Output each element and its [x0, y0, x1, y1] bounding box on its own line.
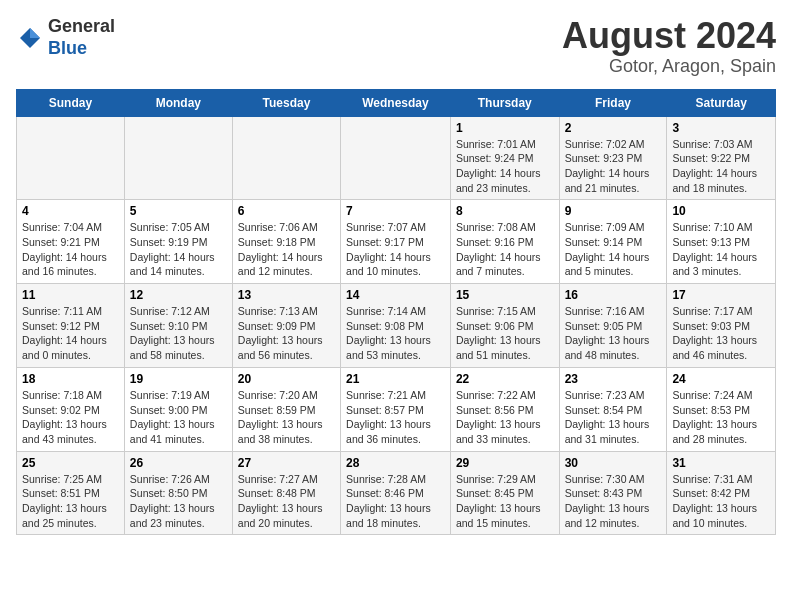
day-number: 24: [672, 372, 770, 386]
calendar-cell: 7Sunrise: 7:07 AM Sunset: 9:17 PM Daylig…: [341, 200, 451, 284]
day-number: 22: [456, 372, 554, 386]
calendar-cell: [124, 116, 232, 200]
day-info: Sunrise: 7:02 AM Sunset: 9:23 PM Dayligh…: [565, 137, 662, 196]
day-number: 26: [130, 456, 227, 470]
day-info: Sunrise: 7:22 AM Sunset: 8:56 PM Dayligh…: [456, 388, 554, 447]
day-info: Sunrise: 7:26 AM Sunset: 8:50 PM Dayligh…: [130, 472, 227, 531]
day-number: 3: [672, 121, 770, 135]
day-number: 8: [456, 204, 554, 218]
day-info: Sunrise: 7:14 AM Sunset: 9:08 PM Dayligh…: [346, 304, 445, 363]
day-info: Sunrise: 7:01 AM Sunset: 9:24 PM Dayligh…: [456, 137, 554, 196]
day-info: Sunrise: 7:03 AM Sunset: 9:22 PM Dayligh…: [672, 137, 770, 196]
day-info: Sunrise: 7:24 AM Sunset: 8:53 PM Dayligh…: [672, 388, 770, 447]
day-number: 29: [456, 456, 554, 470]
day-header-sunday: Sunday: [17, 89, 125, 116]
day-info: Sunrise: 7:08 AM Sunset: 9:16 PM Dayligh…: [456, 220, 554, 279]
day-number: 2: [565, 121, 662, 135]
day-number: 19: [130, 372, 227, 386]
calendar-cell: 2Sunrise: 7:02 AM Sunset: 9:23 PM Daylig…: [559, 116, 667, 200]
calendar-cell: 1Sunrise: 7:01 AM Sunset: 9:24 PM Daylig…: [450, 116, 559, 200]
day-info: Sunrise: 7:19 AM Sunset: 9:00 PM Dayligh…: [130, 388, 227, 447]
day-number: 28: [346, 456, 445, 470]
calendar-cell: 23Sunrise: 7:23 AM Sunset: 8:54 PM Dayli…: [559, 367, 667, 451]
calendar-cell: 26Sunrise: 7:26 AM Sunset: 8:50 PM Dayli…: [124, 451, 232, 535]
day-header-saturday: Saturday: [667, 89, 776, 116]
day-info: Sunrise: 7:28 AM Sunset: 8:46 PM Dayligh…: [346, 472, 445, 531]
title-block: August 2024 Gotor, Aragon, Spain: [562, 16, 776, 77]
day-info: Sunrise: 7:18 AM Sunset: 9:02 PM Dayligh…: [22, 388, 119, 447]
calendar-cell: 17Sunrise: 7:17 AM Sunset: 9:03 PM Dayli…: [667, 284, 776, 368]
day-number: 9: [565, 204, 662, 218]
day-number: 11: [22, 288, 119, 302]
calendar-cell: 20Sunrise: 7:20 AM Sunset: 8:59 PM Dayli…: [232, 367, 340, 451]
day-info: Sunrise: 7:04 AM Sunset: 9:21 PM Dayligh…: [22, 220, 119, 279]
day-info: Sunrise: 7:25 AM Sunset: 8:51 PM Dayligh…: [22, 472, 119, 531]
page-header: General Blue August 2024 Gotor, Aragon, …: [16, 16, 776, 77]
day-number: 7: [346, 204, 445, 218]
day-number: 10: [672, 204, 770, 218]
calendar-cell: 4Sunrise: 7:04 AM Sunset: 9:21 PM Daylig…: [17, 200, 125, 284]
day-info: Sunrise: 7:17 AM Sunset: 9:03 PM Dayligh…: [672, 304, 770, 363]
day-info: Sunrise: 7:21 AM Sunset: 8:57 PM Dayligh…: [346, 388, 445, 447]
calendar-cell: 14Sunrise: 7:14 AM Sunset: 9:08 PM Dayli…: [341, 284, 451, 368]
calendar-cell: [232, 116, 340, 200]
day-info: Sunrise: 7:29 AM Sunset: 8:45 PM Dayligh…: [456, 472, 554, 531]
day-number: 20: [238, 372, 335, 386]
calendar-week-row: 11Sunrise: 7:11 AM Sunset: 9:12 PM Dayli…: [17, 284, 776, 368]
day-number: 5: [130, 204, 227, 218]
day-header-wednesday: Wednesday: [341, 89, 451, 116]
day-number: 30: [565, 456, 662, 470]
day-info: Sunrise: 7:15 AM Sunset: 9:06 PM Dayligh…: [456, 304, 554, 363]
day-number: 31: [672, 456, 770, 470]
calendar-week-row: 4Sunrise: 7:04 AM Sunset: 9:21 PM Daylig…: [17, 200, 776, 284]
calendar-week-row: 18Sunrise: 7:18 AM Sunset: 9:02 PM Dayli…: [17, 367, 776, 451]
calendar-cell: 25Sunrise: 7:25 AM Sunset: 8:51 PM Dayli…: [17, 451, 125, 535]
calendar-cell: 6Sunrise: 7:06 AM Sunset: 9:18 PM Daylig…: [232, 200, 340, 284]
calendar-cell: 30Sunrise: 7:30 AM Sunset: 8:43 PM Dayli…: [559, 451, 667, 535]
calendar-table: SundayMondayTuesdayWednesdayThursdayFrid…: [16, 89, 776, 536]
calendar-header-row: SundayMondayTuesdayWednesdayThursdayFrid…: [17, 89, 776, 116]
day-info: Sunrise: 7:31 AM Sunset: 8:42 PM Dayligh…: [672, 472, 770, 531]
calendar-cell: 16Sunrise: 7:16 AM Sunset: 9:05 PM Dayli…: [559, 284, 667, 368]
calendar-cell: 21Sunrise: 7:21 AM Sunset: 8:57 PM Dayli…: [341, 367, 451, 451]
calendar-cell: [17, 116, 125, 200]
day-number: 25: [22, 456, 119, 470]
day-number: 1: [456, 121, 554, 135]
day-number: 16: [565, 288, 662, 302]
calendar-cell: 11Sunrise: 7:11 AM Sunset: 9:12 PM Dayli…: [17, 284, 125, 368]
day-number: 18: [22, 372, 119, 386]
calendar-cell: 9Sunrise: 7:09 AM Sunset: 9:14 PM Daylig…: [559, 200, 667, 284]
calendar-cell: 19Sunrise: 7:19 AM Sunset: 9:00 PM Dayli…: [124, 367, 232, 451]
day-header-monday: Monday: [124, 89, 232, 116]
calendar-cell: 3Sunrise: 7:03 AM Sunset: 9:22 PM Daylig…: [667, 116, 776, 200]
day-number: 6: [238, 204, 335, 218]
day-header-tuesday: Tuesday: [232, 89, 340, 116]
logo-blue-text: Blue: [48, 38, 87, 58]
day-number: 21: [346, 372, 445, 386]
day-info: Sunrise: 7:11 AM Sunset: 9:12 PM Dayligh…: [22, 304, 119, 363]
calendar-cell: [341, 116, 451, 200]
calendar-cell: 10Sunrise: 7:10 AM Sunset: 9:13 PM Dayli…: [667, 200, 776, 284]
day-info: Sunrise: 7:13 AM Sunset: 9:09 PM Dayligh…: [238, 304, 335, 363]
logo: General Blue: [16, 16, 115, 59]
calendar-cell: 29Sunrise: 7:29 AM Sunset: 8:45 PM Dayli…: [450, 451, 559, 535]
day-header-thursday: Thursday: [450, 89, 559, 116]
day-info: Sunrise: 7:10 AM Sunset: 9:13 PM Dayligh…: [672, 220, 770, 279]
calendar-cell: 8Sunrise: 7:08 AM Sunset: 9:16 PM Daylig…: [450, 200, 559, 284]
calendar-cell: 12Sunrise: 7:12 AM Sunset: 9:10 PM Dayli…: [124, 284, 232, 368]
calendar-cell: 24Sunrise: 7:24 AM Sunset: 8:53 PM Dayli…: [667, 367, 776, 451]
logo-icon: [16, 24, 44, 52]
calendar-week-row: 1Sunrise: 7:01 AM Sunset: 9:24 PM Daylig…: [17, 116, 776, 200]
calendar-cell: 13Sunrise: 7:13 AM Sunset: 9:09 PM Dayli…: [232, 284, 340, 368]
day-number: 12: [130, 288, 227, 302]
page-title: August 2024: [562, 16, 776, 56]
logo-general-text: General: [48, 16, 115, 36]
page-subtitle: Gotor, Aragon, Spain: [562, 56, 776, 77]
calendar-cell: 5Sunrise: 7:05 AM Sunset: 9:19 PM Daylig…: [124, 200, 232, 284]
calendar-cell: 18Sunrise: 7:18 AM Sunset: 9:02 PM Dayli…: [17, 367, 125, 451]
calendar-cell: 27Sunrise: 7:27 AM Sunset: 8:48 PM Dayli…: [232, 451, 340, 535]
day-info: Sunrise: 7:23 AM Sunset: 8:54 PM Dayligh…: [565, 388, 662, 447]
day-number: 23: [565, 372, 662, 386]
day-info: Sunrise: 7:16 AM Sunset: 9:05 PM Dayligh…: [565, 304, 662, 363]
day-info: Sunrise: 7:20 AM Sunset: 8:59 PM Dayligh…: [238, 388, 335, 447]
